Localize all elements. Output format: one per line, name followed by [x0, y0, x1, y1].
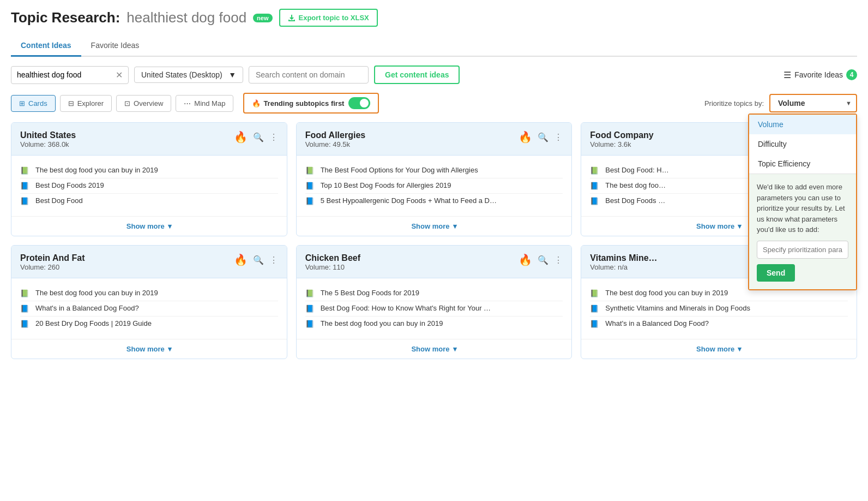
card-menu-button[interactable]: ⋮: [269, 255, 278, 265]
feedback-input[interactable]: [757, 241, 848, 259]
card-actions: 🔥 🔍 ⋮: [519, 130, 563, 144]
mindmap-icon: ⋯: [184, 99, 191, 108]
tab-content-ideas[interactable]: Content Ideas: [11, 35, 81, 57]
trending-toggle[interactable]: [348, 97, 370, 109]
search-input-wrap: ✕: [11, 66, 129, 84]
card-search-button[interactable]: 🔍: [253, 255, 264, 265]
send-button[interactable]: Send: [757, 264, 795, 282]
fire-badge-icon: 🔥: [519, 253, 532, 266]
card-title-wrap: Chicken Beef Volume: 110: [305, 253, 360, 271]
card-title-wrap: Food Allergies Volume: 49.5k: [305, 130, 366, 148]
list-item: 📗 The 5 Best Dog Foods for 2019: [305, 286, 563, 301]
cards-grid: United States Volume: 368.0k 🔥 🔍 ⋮ 📗 The…: [11, 122, 857, 359]
list-item: 📘 20 Best Dry Dog Foods | 2019 Guide: [20, 317, 278, 331]
show-more-button[interactable]: Show more ▾: [11, 339, 287, 359]
chevron-down-icon: ▾: [453, 222, 457, 230]
favorite-ideas-link[interactable]: ☰ Favorite Ideas 4: [783, 69, 857, 80]
card-volume: Volume: 3.6k: [590, 140, 653, 148]
view-cards-button[interactable]: ⊞ Cards: [11, 95, 56, 112]
show-more-button[interactable]: Show more ▾: [581, 339, 857, 359]
show-more-button[interactable]: Show more ▾: [297, 216, 572, 236]
card-chicken-beef: Chicken Beef Volume: 110 🔥 🔍 ⋮ 📗 The 5 B…: [296, 245, 572, 359]
card-menu-button[interactable]: ⋮: [554, 132, 563, 142]
card-volume: Volume: 368.0k: [20, 140, 76, 148]
card-menu-button[interactable]: ⋮: [554, 255, 563, 265]
blue-arrow-icon: 📘: [590, 197, 601, 206]
card-search-button[interactable]: 🔍: [253, 132, 264, 142]
card-actions: 🔥 🔍 ⋮: [234, 130, 278, 144]
blue-arrow-icon: 📘: [305, 320, 316, 329]
card-menu-button[interactable]: ⋮: [269, 132, 278, 142]
card-header-top: United States Volume: 368.0k 🔥 🔍 ⋮: [20, 130, 278, 148]
export-button[interactable]: Export topic to XLSX: [279, 9, 378, 27]
blue-arrow-icon: 📘: [590, 305, 601, 313]
list-item: 📘 What's in a Balanced Dog Food?: [590, 317, 848, 331]
list-item: 📗 The Best Food Options for Your Dog wit…: [305, 163, 563, 178]
chevron-down-icon: ▾: [168, 222, 172, 230]
card-title: Food Allergies: [305, 130, 366, 140]
card-volume: Volume: 260: [20, 263, 85, 271]
blue-arrow-icon: 📘: [20, 320, 31, 329]
chevron-down-icon: ▾: [168, 345, 172, 353]
show-more-button[interactable]: Show more ▾: [297, 339, 572, 359]
dropdown-option-volume[interactable]: Volume: [749, 115, 856, 134]
card-title-wrap: United States Volume: 368.0k: [20, 130, 76, 148]
table-icon: ⊟: [68, 99, 74, 108]
card-body: 📗 The best dog food you can buy in 2019 …: [11, 156, 287, 216]
chevron-down-icon: ▾: [738, 345, 742, 353]
card-united-states: United States Volume: 368.0k 🔥 🔍 ⋮ 📗 The…: [11, 122, 287, 236]
dropdown-option-topic-efficiency[interactable]: Topic Efficiency: [749, 154, 856, 174]
card-title: Protein And Fat: [20, 253, 85, 263]
green-arrow-icon: 📗: [305, 166, 316, 175]
card-header: United States Volume: 368.0k 🔥 🔍 ⋮: [11, 123, 287, 156]
page-header: Topic Research: healthiest dog food new …: [11, 9, 857, 27]
prioritize-wrap: Prioritize topics by: Volume Difficulty …: [704, 94, 857, 112]
card-search-button[interactable]: 🔍: [538, 255, 548, 265]
card-title: United States: [20, 130, 76, 140]
tabs-row: Content Ideas Favorite Ideas: [11, 35, 857, 57]
card-body: 📗 The 5 Best Dog Foods for 2019 📘 Best D…: [297, 278, 572, 339]
location-value: United States (Desktop): [141, 70, 222, 79]
green-arrow-icon: 📗: [590, 289, 601, 298]
dropdown-option-difficulty[interactable]: Difficulty: [749, 134, 856, 154]
card-search-button[interactable]: 🔍: [538, 132, 548, 142]
page-title-query: healthiest dog food: [126, 9, 246, 26]
dropdown-feedback: We'd like to add even more parameters yo…: [749, 174, 856, 289]
blue-arrow-icon: 📘: [305, 305, 316, 313]
card-actions: 🔥 🔍 ⋮: [234, 253, 278, 266]
tab-favorite-ideas[interactable]: Favorite Ideas: [81, 35, 149, 57]
show-more-button[interactable]: Show more ▾: [11, 216, 287, 236]
trending-label: 🔥 Trending subtopics first: [252, 99, 344, 108]
prioritize-select[interactable]: Volume Difficulty Topic Efficiency: [769, 94, 857, 112]
blue-arrow-icon: 📘: [305, 197, 316, 206]
chevron-down-icon: ▾: [453, 345, 457, 353]
card-title: Vitamins Mine…: [590, 253, 657, 263]
green-arrow-icon: 📗: [20, 289, 31, 298]
list-item: 📘 Best Dog Food: How to Know What's Righ…: [305, 301, 563, 317]
toolbar-row: ✕ United States (Desktop) ▼ Get content …: [11, 65, 857, 84]
card-body: 📗 The Best Food Options for Your Dog wit…: [297, 156, 572, 216]
blue-arrow-icon: 📘: [20, 182, 31, 190]
toggle-slider: [348, 97, 370, 109]
fire-badge-icon: 🔥: [519, 130, 532, 144]
card-title-wrap: Food Company Volume: 3.6k: [590, 130, 653, 148]
get-ideas-button[interactable]: Get content ideas: [374, 65, 460, 84]
prioritize-dropdown: Volume Difficulty Topic Efficiency We'd …: [748, 114, 857, 290]
favorite-ideas-label: Favorite Ideas: [794, 70, 843, 79]
view-mindmap-button[interactable]: ⋯ Mind Map: [176, 95, 233, 112]
view-overview-button[interactable]: ⊡ Overview: [116, 95, 171, 112]
chevron-down-icon: ▼: [228, 70, 236, 79]
card-actions: 🔥 🔍 ⋮: [519, 253, 563, 266]
list-item: 📘 Synthetic Vitamins and Minerals in Dog…: [590, 301, 848, 317]
overview-icon: ⊡: [124, 99, 130, 108]
blue-arrow-icon: 📘: [20, 197, 31, 206]
card-title: Food Company: [590, 130, 653, 140]
list-icon: ☰: [783, 70, 791, 80]
clear-icon[interactable]: ✕: [116, 70, 123, 80]
domain-search-input[interactable]: [249, 66, 369, 83]
card-protein-fat: Protein And Fat Volume: 260 🔥 🔍 ⋮ 📗 The …: [11, 245, 287, 359]
export-label: Export topic to XLSX: [299, 14, 369, 22]
location-select[interactable]: United States (Desktop) ▼: [134, 67, 243, 83]
view-explorer-button[interactable]: ⊟ Explorer: [60, 95, 112, 112]
search-input[interactable]: [17, 70, 112, 79]
